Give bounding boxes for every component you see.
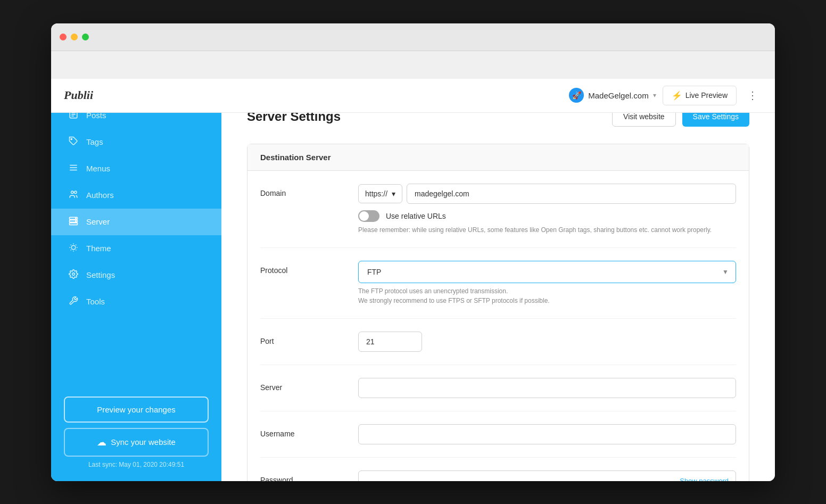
site-icon: 🚀 — [569, 88, 584, 103]
sidebar-item-label: Authors — [86, 191, 114, 200]
svg-point-9 — [75, 191, 77, 194]
sidebar-item-authors[interactable]: Authors — [51, 182, 221, 209]
server-label: Server — [260, 378, 345, 392]
sidebar-bottom: Preview your changes ☁ Sync your website… — [51, 388, 221, 481]
svg-line-22 — [71, 250, 71, 250]
lightning-icon: ⚡ — [672, 90, 682, 101]
chevron-down-icon: ▾ — [653, 92, 656, 99]
svg-rect-12 — [70, 222, 78, 225]
domain-control: https:// ▾ Use relative URLs Please re — [358, 184, 736, 235]
show-password-button[interactable]: Show password — [680, 476, 729, 481]
sidebar: Posts Tags Menus — [51, 85, 221, 481]
server-control — [358, 378, 736, 398]
port-input[interactable] — [358, 332, 422, 352]
sidebar-item-tags[interactable]: Tags — [51, 129, 221, 155]
username-row: Username — [260, 411, 736, 458]
svg-line-20 — [71, 244, 71, 245]
server-row: Server — [260, 365, 736, 411]
protocol-control: FTP FTPS SFTP The FTP protocol uses an u… — [358, 261, 736, 305]
protocol-helper: The FTP protocol uses an unencrypted tra… — [358, 286, 736, 305]
protocol-label: Protocol — [260, 261, 345, 275]
sync-website-button[interactable]: ☁ Sync your website — [64, 428, 209, 457]
svg-point-8 — [71, 191, 74, 194]
port-label: Port — [260, 332, 345, 345]
protocol-select-wrapper: FTP FTPS SFTP — [358, 261, 736, 283]
relative-urls-toggle[interactable] — [358, 210, 379, 222]
sync-label: Sync your website — [111, 437, 176, 447]
form-section: Destination Server Domain https:// ▾ — [247, 144, 749, 481]
domain-label: Domain — [260, 184, 345, 197]
more-options-icon[interactable]: ⋮ — [743, 87, 762, 104]
traffic-lights — [60, 34, 89, 40]
form-body: Domain https:// ▾ — [247, 171, 749, 481]
domain-row: Domain https:// ▾ — [260, 171, 736, 248]
preview-changes-button[interactable]: Preview your changes — [64, 396, 209, 423]
sidebar-nav: Posts Tags Menus — [51, 98, 221, 388]
topbar: Publii 🚀 MadeGelgel.com ▾ ⚡ Live Preview… — [51, 79, 775, 113]
toggle-row: Use relative URLs — [358, 210, 736, 222]
maximize-button[interactable] — [82, 34, 89, 40]
content-wrapper: Posts Tags Menus — [51, 85, 775, 481]
sidebar-item-label: Server — [86, 217, 110, 226]
topbar-right: 🚀 MadeGelgel.com ▾ ⚡ Live Preview ⋮ — [569, 86, 762, 105]
sidebar-item-label: Tags — [86, 137, 103, 146]
sidebar-item-server[interactable]: Server — [51, 209, 221, 235]
protocol-value: https:// — [365, 189, 387, 198]
section-title: Destination Server — [260, 153, 331, 162]
svg-point-14 — [76, 220, 77, 221]
domain-input[interactable] — [407, 184, 736, 204]
sidebar-item-settings[interactable]: Settings — [51, 262, 221, 288]
password-input-wrapper: Show password — [358, 470, 736, 481]
site-selector[interactable]: 🚀 MadeGelgel.com ▾ — [569, 88, 656, 103]
sidebar-item-menus[interactable]: Menus — [51, 155, 221, 182]
password-label: Password — [260, 470, 345, 481]
protocol-select[interactable]: FTP FTPS SFTP — [358, 261, 736, 283]
close-button[interactable] — [60, 34, 67, 40]
live-preview-button[interactable]: ⚡ Live Preview — [663, 86, 737, 105]
username-control — [358, 424, 736, 444]
theme-icon — [68, 243, 79, 254]
svg-point-19 — [71, 245, 76, 250]
svg-point-13 — [76, 218, 77, 219]
tags-icon — [68, 136, 79, 148]
domain-inputs: https:// ▾ — [358, 184, 736, 204]
svg-line-21 — [76, 250, 76, 250]
sidebar-item-label: Menus — [86, 164, 110, 173]
live-preview-label: Live Preview — [685, 91, 728, 100]
svg-point-4 — [71, 138, 72, 139]
password-control: Show password — [358, 470, 736, 481]
relative-urls-helper: Please remember: while using relative UR… — [358, 225, 736, 235]
main-content: Server Settings Visit website Save Setti… — [221, 85, 775, 481]
port-control — [358, 332, 736, 352]
sidebar-item-tools[interactable]: Tools — [51, 288, 221, 315]
sidebar-item-label: Settings — [86, 270, 115, 279]
username-label: Username — [260, 424, 345, 438]
settings-icon — [68, 269, 79, 281]
tools-icon — [68, 296, 79, 308]
protocol-row: Protocol FTP FTPS SFTP — [260, 248, 736, 319]
svg-line-23 — [76, 244, 76, 245]
minimize-button[interactable] — [71, 34, 78, 40]
authors-icon — [68, 189, 79, 201]
titlebar — [51, 23, 775, 51]
username-input[interactable] — [358, 424, 736, 444]
port-row: Port — [260, 319, 736, 365]
menus-icon — [68, 163, 79, 175]
sidebar-item-theme[interactable]: Theme — [51, 235, 221, 262]
server-icon — [68, 216, 79, 228]
section-header: Destination Server — [247, 144, 749, 171]
app-logo: Publii — [64, 88, 93, 102]
password-row: Password Show password — [260, 458, 736, 481]
site-name: MadeGelgel.com — [588, 91, 648, 100]
last-sync-text: Last sync: May 01, 2020 20:49:51 — [64, 461, 209, 468]
sidebar-item-label: Theme — [86, 244, 111, 253]
chevron-icon: ▾ — [392, 189, 395, 198]
sidebar-item-label: Tools — [86, 297, 105, 306]
cloud-upload-icon: ☁ — [97, 436, 106, 448]
svg-point-24 — [72, 272, 75, 275]
server-input[interactable] — [358, 378, 736, 398]
relative-urls-label: Use relative URLs — [386, 212, 446, 220]
protocol-dropdown[interactable]: https:// ▾ — [358, 184, 402, 203]
